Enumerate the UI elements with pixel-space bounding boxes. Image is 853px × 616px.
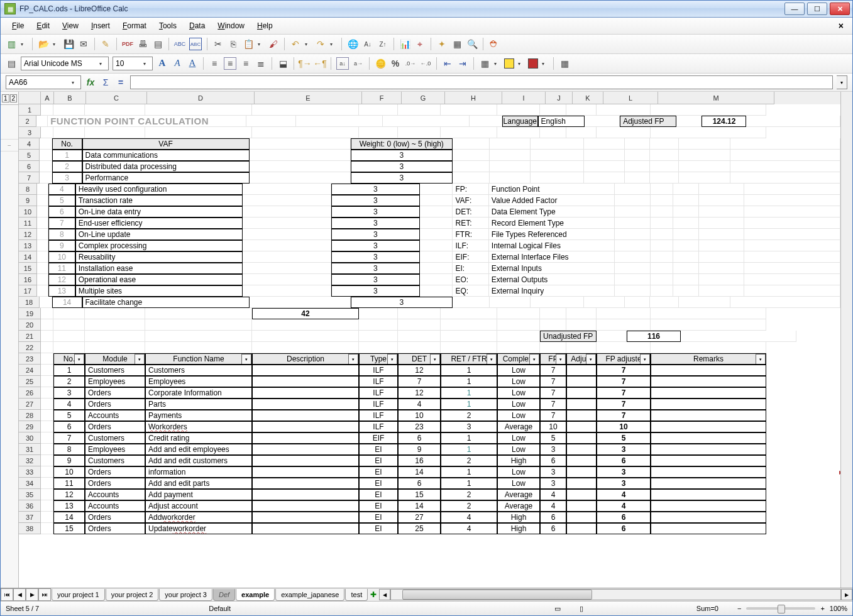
bold-icon[interactable]: A	[157, 58, 168, 69]
cell[interactable]	[679, 150, 730, 161]
cell[interactable]	[243, 263, 331, 274]
cell[interactable]	[398, 308, 441, 319]
cell[interactable]: ILF	[359, 365, 398, 376]
cell[interactable]	[679, 172, 730, 184]
cell[interactable]	[597, 342, 651, 353]
cell[interactable]	[566, 512, 597, 523]
cell[interactable]	[41, 500, 53, 512]
cell[interactable]: Average	[497, 500, 540, 512]
cell[interactable]	[744, 251, 840, 263]
cell[interactable]	[420, 285, 453, 297]
cell[interactable]	[441, 104, 497, 116]
cell[interactable]: EQ:	[453, 285, 488, 297]
grid-area[interactable]: ABCDEFGHIJKLM 12FUNCTION POINT CALCULATI…	[19, 92, 840, 588]
cell[interactable]: Low	[497, 365, 540, 376]
cell[interactable]: No.	[52, 138, 82, 150]
cell[interactable]	[651, 195, 673, 206]
cell[interactable]: 27	[398, 512, 441, 523]
cell[interactable]	[597, 319, 651, 331]
sheet-tab[interactable]: example	[236, 589, 275, 601]
cell[interactable]: 9	[53, 455, 85, 466]
cell[interactable]: 3	[331, 184, 420, 195]
row-header[interactable]: 25	[19, 376, 41, 387]
zoom-icon[interactable]: 🔍	[466, 38, 478, 50]
cell[interactable]: 3	[351, 161, 453, 172]
menu-insert[interactable]: Insert	[85, 19, 116, 33]
redo-dd-icon[interactable]: ▾	[330, 41, 336, 47]
row-header[interactable]: 4	[19, 138, 40, 150]
cell[interactable]: 3	[331, 274, 420, 285]
cell[interactable]	[566, 478, 597, 489]
cell[interactable]: 4	[441, 523, 497, 534]
col-header-D[interactable]: D	[147, 92, 255, 104]
cell[interactable]	[37, 263, 48, 274]
cell[interactable]	[531, 297, 585, 308]
cell[interactable]	[699, 184, 744, 195]
undo-dd-icon[interactable]: ▾	[305, 41, 311, 47]
row-header[interactable]: 19	[19, 308, 41, 319]
cell[interactable]	[398, 331, 441, 342]
cell[interactable]	[252, 523, 359, 534]
cell[interactable]	[53, 319, 85, 331]
cell[interactable]: 1	[441, 444, 497, 455]
cell[interactable]: 16	[398, 455, 441, 466]
cell[interactable]	[651, 229, 673, 240]
filter-dropdown-icon[interactable]: ▾	[586, 354, 596, 365]
cell[interactable]	[531, 150, 585, 161]
cell[interactable]	[651, 263, 673, 274]
cell[interactable]	[651, 127, 766, 138]
cell[interactable]: 42	[252, 308, 359, 319]
cell[interactable]	[699, 263, 744, 274]
cell[interactable]: Low	[497, 399, 540, 410]
col-header-G[interactable]: G	[402, 92, 445, 104]
cell[interactable]: Low	[497, 466, 540, 478]
cell[interactable]: Payments	[145, 410, 252, 421]
remove-decimal-icon[interactable]: ←.0	[420, 58, 431, 69]
italic-icon[interactable]: A	[172, 58, 183, 69]
cell[interactable]	[566, 387, 597, 399]
cell[interactable]	[497, 104, 540, 116]
cell[interactable]	[41, 353, 53, 365]
cell[interactable]	[540, 104, 566, 116]
cell[interactable]: External Interface Files	[489, 251, 615, 263]
cell[interactable]: Orders	[85, 399, 145, 410]
vertical-scrollbar[interactable]	[840, 92, 852, 588]
cell[interactable]	[566, 523, 597, 534]
cell[interactable]	[41, 319, 53, 331]
cell[interactable]	[420, 274, 453, 285]
cell[interactable]	[651, 274, 673, 285]
cell[interactable]	[744, 274, 840, 285]
cell[interactable]	[625, 150, 650, 161]
cell[interactable]: 14	[398, 500, 441, 512]
menu-window[interactable]: Window	[211, 19, 251, 33]
menu-help[interactable]: Help	[251, 19, 279, 33]
font-color-icon[interactable]	[528, 58, 538, 69]
cell[interactable]	[246, 116, 296, 127]
cell[interactable]: Low	[497, 444, 540, 455]
cell[interactable]: Remarks▾	[651, 353, 766, 365]
cell[interactable]: EIF:	[453, 251, 488, 263]
cell[interactable]	[651, 184, 673, 195]
menu-view[interactable]: View	[56, 19, 85, 33]
cell[interactable]	[420, 184, 453, 195]
cell[interactable]: Value Added Factor	[489, 195, 615, 206]
cell[interactable]	[566, 127, 597, 138]
cell[interactable]	[37, 229, 48, 240]
cell[interactable]	[420, 206, 453, 217]
cell[interactable]: 10	[53, 466, 85, 478]
cell[interactable]	[41, 365, 53, 376]
cell[interactable]	[41, 127, 53, 138]
menu-file[interactable]: File	[6, 19, 30, 33]
cell[interactable]	[651, 104, 766, 116]
cell[interactable]	[497, 308, 540, 319]
col-header-J[interactable]: J	[546, 92, 573, 104]
cell[interactable]	[650, 161, 679, 172]
undo-icon[interactable]: ↶	[290, 38, 301, 50]
sheet-tab[interactable]: test	[345, 589, 368, 601]
cell[interactable]	[250, 172, 351, 184]
cell[interactable]: 14	[52, 297, 82, 308]
cell[interactable]	[651, 466, 766, 478]
cell[interactable]: EI	[359, 489, 398, 500]
data-sources-icon[interactable]: ▦	[451, 38, 463, 50]
cell[interactable]	[36, 116, 48, 127]
